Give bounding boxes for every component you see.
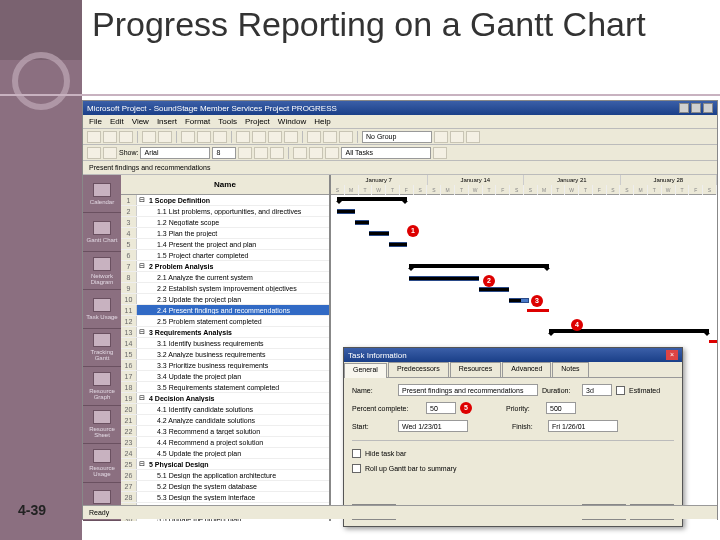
table-row[interactable]: 234.4 Recommend a project solution	[121, 437, 329, 448]
align-center-button[interactable]	[309, 147, 323, 159]
table-row[interactable]: 7⊟2 Problem Analysis	[121, 261, 329, 272]
table-row[interactable]: 61.5 Project charter completed	[121, 250, 329, 261]
critical-bar[interactable]	[709, 340, 717, 343]
table-row[interactable]: 122.5 Problem statement completed	[121, 316, 329, 327]
table-row[interactable]: 31.2 Negotiate scope	[121, 217, 329, 228]
entry-bar[interactable]: Present findings and recommendations	[83, 161, 717, 175]
menu-window[interactable]: Window	[278, 117, 306, 126]
table-row[interactable]: 19⊟4 Decision Analysis	[121, 393, 329, 404]
summary-bar[interactable]	[337, 197, 407, 201]
outline-toggle[interactable]: ⊟	[137, 262, 147, 270]
view-task-usage[interactable]: Task Usage	[83, 290, 121, 328]
table-row[interactable]: 265.1 Design the application architectur…	[121, 470, 329, 481]
menu-format[interactable]: Format	[185, 117, 210, 126]
menu-help[interactable]: Help	[314, 117, 330, 126]
table-row[interactable]: 41.3 Plan the project	[121, 228, 329, 239]
group-select[interactable]: No Group	[362, 131, 432, 143]
dialog-titlebar[interactable]: Task Information ×	[344, 348, 682, 362]
zoom-out-button[interactable]	[450, 131, 464, 143]
tab-resources[interactable]: Resources	[450, 362, 501, 377]
finish-date-field[interactable]: Fri 1/26/01	[548, 420, 618, 432]
autofilter-button[interactable]	[433, 147, 447, 159]
duration-field[interactable]: 3d	[582, 384, 612, 396]
table-row[interactable]: 143.1 Identify business requirements	[121, 338, 329, 349]
tab-notes[interactable]: Notes	[552, 362, 588, 377]
view-gantt-chart[interactable]: Gantt Chart	[83, 213, 121, 251]
percent-complete-field[interactable]: 50	[426, 402, 456, 414]
underline-button[interactable]	[270, 147, 284, 159]
view-tracking-gantt[interactable]: Tracking Gantt	[83, 329, 121, 367]
table-row[interactable]: 183.5 Requirements statement completed	[121, 382, 329, 393]
view-resource-usage[interactable]: Resource Usage	[83, 444, 121, 482]
menu-view[interactable]: View	[132, 117, 149, 126]
outline-toggle[interactable]: ⊟	[137, 196, 147, 204]
minimize-button[interactable]	[679, 103, 689, 113]
table-row[interactable]: 244.5 Update the project plan	[121, 448, 329, 459]
align-right-button[interactable]	[325, 147, 339, 159]
filter-select[interactable]: All Tasks	[341, 147, 431, 159]
copy-button[interactable]	[197, 131, 211, 143]
align-left-button[interactable]	[293, 147, 307, 159]
window-titlebar[interactable]: Microsoft Project - SoundStage Member Se…	[83, 101, 717, 115]
save-button[interactable]	[119, 131, 133, 143]
notes-button[interactable]	[323, 131, 337, 143]
tab-general[interactable]: General	[344, 363, 387, 378]
bold-button[interactable]	[238, 147, 252, 159]
table-row[interactable]: 13⊟3 Requirements Analysis	[121, 327, 329, 338]
priority-field[interactable]: 500	[546, 402, 576, 414]
outline-toggle[interactable]: ⊟	[137, 394, 147, 402]
table-row[interactable]: 82.1 Analyze the current system	[121, 272, 329, 283]
table-row[interactable]: 25⊟5 Physical Design	[121, 459, 329, 470]
view-resource-sheet[interactable]: Resource Sheet	[83, 406, 121, 444]
print-button[interactable]	[142, 131, 156, 143]
menu-project[interactable]: Project	[245, 117, 270, 126]
italic-button[interactable]	[254, 147, 268, 159]
hide-taskbar-checkbox[interactable]	[352, 449, 361, 458]
undo-button[interactable]	[236, 131, 250, 143]
outline-toggle[interactable]: ⊟	[137, 460, 147, 468]
tab-advanced[interactable]: Advanced	[502, 362, 551, 377]
table-row[interactable]: 285.3 Design the system interface	[121, 492, 329, 503]
new-button[interactable]	[87, 131, 101, 143]
preview-button[interactable]	[158, 131, 172, 143]
split-button[interactable]	[284, 131, 298, 143]
view-calendar[interactable]: Calendar	[83, 175, 121, 213]
table-row[interactable]: 1⊟1 Scope Definition	[121, 195, 329, 206]
summary-bar[interactable]	[409, 264, 549, 268]
table-row[interactable]: 51.4 Present the project and plan	[121, 239, 329, 250]
table-row[interactable]: 275.2 Design the system database	[121, 481, 329, 492]
font-size-select[interactable]: 8	[212, 147, 236, 159]
close-button[interactable]	[703, 103, 713, 113]
outdent-button[interactable]	[87, 147, 101, 159]
name-field[interactable]: Present findings and recommendations	[398, 384, 538, 396]
table-row[interactable]: 214.2 Analyze candidate solutions	[121, 415, 329, 426]
table-row[interactable]: 112.4 Present findings and recommendatio…	[121, 305, 329, 316]
menu-edit[interactable]: Edit	[110, 117, 124, 126]
open-button[interactable]	[103, 131, 117, 143]
view-resource-graph[interactable]: Resource Graph	[83, 367, 121, 405]
paste-button[interactable]	[213, 131, 227, 143]
rollup-checkbox[interactable]	[352, 464, 361, 473]
indent-button[interactable]	[103, 147, 117, 159]
dialog-close-button[interactable]: ×	[666, 350, 678, 360]
tab-predecessors[interactable]: Predecessors	[388, 362, 449, 377]
column-header-name[interactable]: Name	[121, 175, 329, 195]
maximize-button[interactable]	[691, 103, 701, 113]
estimated-checkbox[interactable]	[616, 386, 625, 395]
assign-button[interactable]	[339, 131, 353, 143]
table-row[interactable]: 21.1 List problems, opportunities, and d…	[121, 206, 329, 217]
table-row[interactable]: 153.2 Analyze business requirements	[121, 349, 329, 360]
info-button[interactable]	[307, 131, 321, 143]
zoom-in-button[interactable]	[434, 131, 448, 143]
view-network-diagram[interactable]: Network Diagram	[83, 252, 121, 290]
unlink-button[interactable]	[268, 131, 282, 143]
menu-file[interactable]: File	[89, 117, 102, 126]
menu-insert[interactable]: Insert	[157, 117, 177, 126]
table-row[interactable]: 163.3 Prioritize business requirements	[121, 360, 329, 371]
table-row[interactable]: 173.4 Update the project plan	[121, 371, 329, 382]
menu-tools[interactable]: Tools	[218, 117, 237, 126]
selected-task-bar[interactable]	[527, 309, 549, 312]
table-row[interactable]: 102.3 Update the project plan	[121, 294, 329, 305]
start-date-field[interactable]: Wed 1/23/01	[398, 420, 468, 432]
table-row[interactable]: 92.2 Establish system improvement object…	[121, 283, 329, 294]
